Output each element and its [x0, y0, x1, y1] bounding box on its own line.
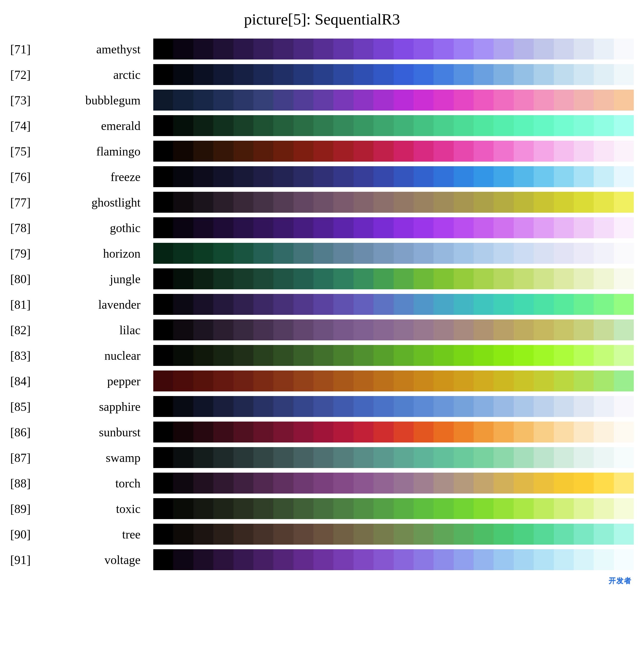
swatch	[314, 294, 334, 315]
swatch	[594, 498, 614, 519]
swatch	[434, 294, 454, 315]
swatch	[193, 473, 213, 494]
swatch	[454, 498, 474, 519]
swatch	[534, 345, 554, 366]
swatch	[353, 166, 373, 187]
swatch	[173, 498, 193, 519]
swatch	[493, 64, 513, 85]
swatch	[353, 115, 373, 136]
swatch	[514, 371, 534, 392]
swatch	[434, 473, 454, 494]
row-name: sapphire	[43, 400, 153, 414]
color-bar	[153, 294, 634, 315]
row-index: [85]	[10, 400, 43, 414]
swatch	[554, 243, 574, 264]
color-bar	[153, 396, 634, 417]
swatch	[574, 268, 594, 289]
swatch	[294, 447, 314, 468]
swatch	[193, 345, 213, 366]
swatch	[233, 192, 253, 213]
colormap-row: [79]horizon	[10, 243, 634, 264]
row-name: amethyst	[43, 42, 153, 56]
swatch	[493, 396, 513, 417]
swatch	[233, 90, 253, 111]
swatch	[394, 166, 414, 187]
swatch	[294, 115, 314, 136]
swatch	[294, 166, 314, 187]
swatch	[334, 192, 353, 213]
colormap-row: [80]jungle	[10, 268, 634, 289]
swatch	[614, 371, 634, 392]
swatch	[394, 422, 414, 443]
colormap-row: [73]bubblegum	[10, 90, 634, 111]
colormap-row: [88]torch	[10, 473, 634, 494]
swatch	[394, 268, 414, 289]
swatch	[153, 217, 173, 238]
swatch	[614, 243, 634, 264]
swatch	[173, 294, 193, 315]
swatch	[454, 192, 474, 213]
swatch	[474, 549, 493, 570]
row-index: [89]	[10, 502, 43, 516]
swatch	[614, 422, 634, 443]
swatch	[614, 115, 634, 136]
swatch	[414, 345, 434, 366]
swatch	[153, 371, 173, 392]
swatch	[213, 90, 233, 111]
swatch	[574, 422, 594, 443]
swatch	[314, 166, 334, 187]
swatch	[594, 447, 614, 468]
swatch	[253, 141, 273, 162]
swatch	[574, 192, 594, 213]
swatch	[353, 90, 373, 111]
swatch	[594, 39, 614, 60]
swatch	[373, 217, 393, 238]
swatch	[314, 473, 334, 494]
swatch	[193, 192, 213, 213]
swatch	[514, 243, 534, 264]
swatch	[414, 141, 434, 162]
swatch	[334, 396, 353, 417]
swatch	[373, 345, 393, 366]
swatch	[614, 396, 634, 417]
swatch	[493, 549, 513, 570]
swatch	[373, 320, 393, 340]
swatch	[574, 345, 594, 366]
swatch	[514, 422, 534, 443]
swatch	[614, 447, 634, 468]
swatch	[394, 396, 414, 417]
swatch	[153, 422, 173, 443]
swatch	[594, 217, 614, 238]
row-name: lilac	[43, 323, 153, 337]
swatch	[173, 345, 193, 366]
swatch	[454, 524, 474, 545]
swatch	[414, 396, 434, 417]
swatch	[233, 345, 253, 366]
swatch	[534, 498, 554, 519]
swatch	[253, 217, 273, 238]
swatch	[574, 115, 594, 136]
swatch	[334, 473, 353, 494]
swatch	[233, 141, 253, 162]
swatch	[554, 447, 574, 468]
swatch	[193, 294, 213, 315]
swatch	[514, 396, 534, 417]
swatch	[554, 498, 574, 519]
swatch	[213, 243, 233, 264]
swatch	[173, 549, 193, 570]
swatch	[614, 192, 634, 213]
swatch	[594, 422, 614, 443]
swatch	[434, 217, 454, 238]
swatch	[273, 524, 293, 545]
swatch	[153, 90, 173, 111]
swatch	[534, 268, 554, 289]
swatch	[414, 447, 434, 468]
swatch	[353, 64, 373, 85]
swatch	[153, 549, 173, 570]
swatch	[614, 90, 634, 111]
swatch	[474, 243, 493, 264]
swatch	[534, 39, 554, 60]
colormap-row: [78]gothic	[10, 217, 634, 238]
swatch	[493, 192, 513, 213]
swatch	[233, 396, 253, 417]
